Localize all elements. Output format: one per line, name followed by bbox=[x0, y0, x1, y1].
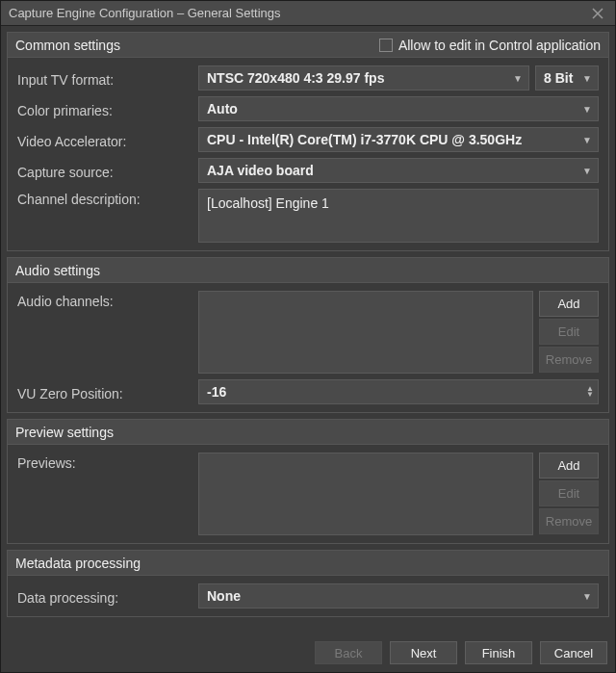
color-primaries-label: Color primaries: bbox=[17, 100, 191, 118]
vu-zero-value: -16 bbox=[207, 384, 226, 400]
input-tv-format-select[interactable]: NTSC 720x480 4:3 29.97 fps ▼ bbox=[198, 65, 529, 91]
close-icon bbox=[592, 8, 603, 19]
video-accelerator-select[interactable]: CPU - Intel(R) Core(TM) i7-3770K CPU @ 3… bbox=[198, 127, 599, 152]
video-accelerator-value: CPU - Intel(R) Core(TM) i7-3770K CPU @ 3… bbox=[207, 132, 522, 147]
bit-depth-value: 8 Bit bbox=[544, 70, 573, 86]
common-settings-body: Input TV format: NTSC 720x480 4:3 29.97 … bbox=[8, 58, 608, 250]
next-label: Next bbox=[411, 646, 437, 660]
window-title: Capture Engine Configuration – General S… bbox=[9, 6, 588, 20]
video-accelerator-row: Video Accelerator: CPU - Intel(R) Core(T… bbox=[17, 127, 599, 152]
preview-settings-title: Preview settings bbox=[15, 425, 601, 440]
capture-source-select[interactable]: AJA video board ▼ bbox=[198, 158, 599, 183]
bit-depth-select[interactable]: 8 Bit ▼ bbox=[535, 65, 599, 91]
data-processing-row: Data processing: None ▼ bbox=[17, 583, 599, 608]
input-tv-format-row: Input TV format: NTSC 720x480 4:3 29.97 … bbox=[17, 65, 599, 91]
input-tv-format-label: Input TV format: bbox=[17, 69, 191, 88]
preview-edit-button[interactable]: Edit bbox=[539, 480, 599, 506]
channel-description-label: Channel description: bbox=[17, 189, 191, 207]
chevron-down-icon: ▼ bbox=[513, 73, 523, 84]
data-processing-select[interactable]: None ▼ bbox=[198, 583, 599, 608]
audio-settings-header: Audio settings bbox=[8, 258, 608, 283]
audio-edit-button[interactable]: Edit bbox=[539, 319, 599, 345]
content-area: Common settings Allow to edit in Control… bbox=[1, 26, 615, 635]
cancel-button[interactable]: Cancel bbox=[540, 641, 607, 664]
close-button[interactable] bbox=[588, 4, 607, 23]
audio-remove-label: Remove bbox=[546, 352, 592, 367]
audio-settings-group: Audio settings Audio channels: Add Edit … bbox=[7, 257, 609, 413]
audio-channels-buttons: Add Edit Remove bbox=[539, 291, 599, 374]
checkbox-icon bbox=[379, 39, 393, 52]
channel-description-row: Channel description: [Localhost] Engine … bbox=[17, 189, 599, 243]
previews-label: Previews: bbox=[17, 453, 191, 471]
audio-add-button[interactable]: Add bbox=[539, 291, 599, 317]
finish-button[interactable]: Finish bbox=[465, 641, 532, 664]
spinner-arrows-icon: ▲▼ bbox=[586, 386, 594, 398]
data-processing-label: Data processing: bbox=[17, 587, 191, 606]
audio-settings-title: Audio settings bbox=[15, 263, 601, 278]
metadata-body: Data processing: None ▼ bbox=[8, 576, 608, 616]
preview-remove-label: Remove bbox=[546, 514, 592, 529]
chevron-down-icon: ▼ bbox=[582, 73, 592, 84]
cancel-label: Cancel bbox=[554, 646, 593, 660]
audio-channels-list[interactable] bbox=[198, 291, 533, 374]
preview-settings-group: Preview settings Previews: Add Edit Remo… bbox=[7, 419, 609, 544]
common-settings-group: Common settings Allow to edit in Control… bbox=[7, 32, 609, 251]
allow-edit-label: Allow to edit in Control application bbox=[398, 38, 601, 53]
metadata-header: Metadata processing bbox=[8, 551, 608, 576]
preview-settings-body: Previews: Add Edit Remove bbox=[8, 445, 608, 543]
previews-row: Previews: Add Edit Remove bbox=[17, 453, 599, 535]
next-button[interactable]: Next bbox=[390, 641, 457, 664]
audio-edit-label: Edit bbox=[558, 324, 579, 339]
titlebar: Capture Engine Configuration – General S… bbox=[1, 1, 615, 26]
capture-source-label: Capture source: bbox=[17, 162, 191, 180]
preview-add-button[interactable]: Add bbox=[539, 453, 599, 479]
audio-channels-label: Audio channels: bbox=[17, 291, 191, 309]
chevron-down-icon: ▼ bbox=[582, 591, 592, 602]
audio-add-label: Add bbox=[557, 297, 579, 311]
preview-settings-header: Preview settings bbox=[8, 420, 608, 445]
chevron-down-icon: ▼ bbox=[582, 166, 592, 176]
color-primaries-row: Color primaries: Auto ▼ bbox=[17, 96, 599, 121]
wizard-footer: Back Next Finish Cancel bbox=[1, 635, 615, 672]
config-window: Capture Engine Configuration – General S… bbox=[0, 0, 616, 673]
preview-edit-label: Edit bbox=[558, 486, 579, 501]
back-label: Back bbox=[335, 646, 363, 660]
audio-channels-row: Audio channels: Add Edit Remove bbox=[17, 291, 599, 374]
previews-list[interactable] bbox=[198, 453, 533, 535]
metadata-title: Metadata processing bbox=[15, 556, 601, 571]
channel-description-value: [Localhost] Engine 1 bbox=[207, 195, 329, 211]
chevron-down-icon: ▼ bbox=[582, 135, 592, 145]
data-processing-value: None bbox=[207, 588, 241, 604]
common-settings-title: Common settings bbox=[15, 38, 379, 53]
channel-description-input[interactable]: [Localhost] Engine 1 bbox=[198, 189, 599, 243]
chevron-down-icon: ▼ bbox=[582, 104, 592, 115]
preview-remove-button[interactable]: Remove bbox=[539, 508, 599, 534]
allow-edit-checkbox[interactable]: Allow to edit in Control application bbox=[379, 38, 601, 53]
vu-zero-input[interactable]: -16 ▲▼ bbox=[198, 379, 599, 404]
previews-buttons: Add Edit Remove bbox=[539, 453, 599, 535]
color-primaries-value: Auto bbox=[207, 101, 238, 116]
audio-remove-button[interactable]: Remove bbox=[539, 347, 599, 373]
capture-source-row: Capture source: AJA video board ▼ bbox=[17, 158, 599, 183]
color-primaries-select[interactable]: Auto ▼ bbox=[198, 96, 599, 121]
back-button[interactable]: Back bbox=[315, 641, 382, 664]
vu-zero-label: VU Zero Position: bbox=[17, 383, 191, 401]
vu-zero-row: VU Zero Position: -16 ▲▼ bbox=[17, 379, 599, 404]
input-tv-format-value: NTSC 720x480 4:3 29.97 fps bbox=[207, 70, 384, 86]
preview-add-label: Add bbox=[557, 458, 579, 473]
audio-settings-body: Audio channels: Add Edit Remove VU Zero … bbox=[8, 283, 608, 412]
capture-source-value: AJA video board bbox=[207, 163, 314, 178]
finish-label: Finish bbox=[482, 646, 516, 660]
metadata-group: Metadata processing Data processing: Non… bbox=[7, 550, 609, 617]
common-settings-header: Common settings Allow to edit in Control… bbox=[8, 33, 608, 58]
video-accelerator-label: Video Accelerator: bbox=[17, 131, 191, 149]
